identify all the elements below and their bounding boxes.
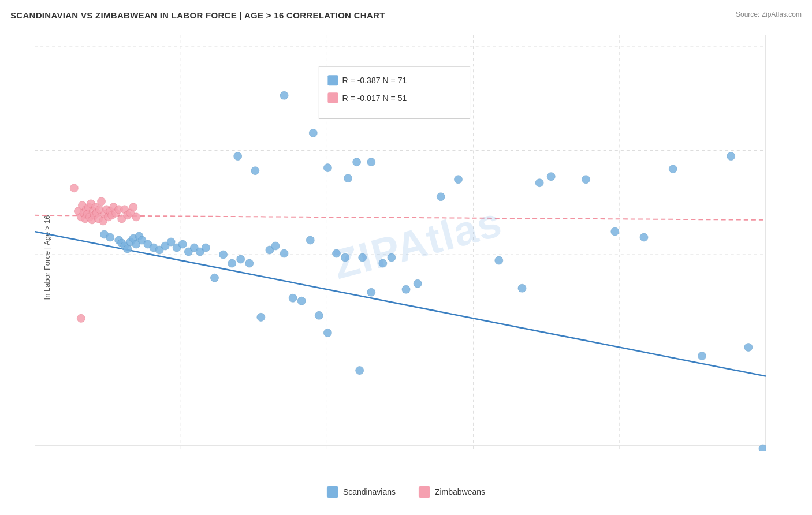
legend-item-scandinavians: Scandinavians bbox=[327, 486, 396, 498]
svg-point-73 bbox=[237, 255, 245, 263]
svg-point-111 bbox=[698, 352, 706, 360]
svg-point-106 bbox=[547, 173, 555, 181]
svg-point-71 bbox=[219, 251, 228, 259]
scandinavians-label: Scandinavians bbox=[343, 487, 396, 497]
svg-point-113 bbox=[744, 343, 753, 351]
chart-svg: 100.0% 75.0% 50.0% 25.0% 0.0% 80.0% R = … bbox=[35, 35, 766, 451]
svg-point-109 bbox=[640, 233, 648, 241]
svg-point-78 bbox=[280, 249, 288, 258]
chart-container: SCANDINAVIAN VS ZIMBABWEAN IN LABOR FORC… bbox=[0, 0, 812, 515]
svg-point-87 bbox=[359, 253, 367, 262]
zimbabweans-label: Zimbabweans bbox=[435, 487, 485, 497]
svg-point-104 bbox=[518, 284, 526, 292]
svg-point-94 bbox=[309, 129, 317, 137]
svg-point-105 bbox=[535, 179, 543, 187]
svg-point-85 bbox=[341, 253, 349, 262]
svg-point-100 bbox=[367, 158, 375, 166]
svg-point-103 bbox=[495, 256, 503, 264]
svg-point-47 bbox=[70, 184, 78, 192]
svg-point-95 bbox=[323, 164, 331, 172]
svg-point-99 bbox=[356, 367, 364, 375]
svg-point-92 bbox=[414, 279, 422, 288]
svg-line-12 bbox=[35, 232, 766, 376]
svg-point-44 bbox=[129, 203, 137, 211]
svg-point-101 bbox=[437, 193, 445, 201]
chart-title: SCANDINAVIAN VS ZIMBABWEAN IN LABOR FORC… bbox=[10, 10, 385, 20]
svg-point-75 bbox=[257, 313, 265, 321]
svg-point-88 bbox=[367, 288, 375, 296]
svg-point-110 bbox=[669, 165, 677, 173]
svg-point-30 bbox=[98, 197, 106, 206]
svg-text:R = -0.387    N = 71: R = -0.387 N = 71 bbox=[342, 76, 407, 85]
svg-point-84 bbox=[332, 249, 340, 258]
svg-point-65 bbox=[178, 240, 187, 248]
svg-point-91 bbox=[402, 285, 410, 293]
svg-point-69 bbox=[202, 244, 210, 252]
svg-point-83 bbox=[323, 329, 331, 337]
zimbabweans-swatch bbox=[419, 486, 430, 498]
svg-point-77 bbox=[271, 242, 280, 250]
scandinavians-swatch bbox=[327, 486, 338, 498]
svg-point-45 bbox=[132, 213, 140, 221]
chart-area: 100.0% 75.0% 50.0% 25.0% 0.0% 80.0% R = … bbox=[35, 35, 766, 451]
svg-point-72 bbox=[228, 259, 236, 267]
svg-point-93 bbox=[280, 91, 288, 99]
svg-point-81 bbox=[306, 236, 314, 244]
svg-point-102 bbox=[454, 176, 462, 184]
legend-item-zimbabweans: Zimbabweans bbox=[419, 486, 485, 498]
svg-point-70 bbox=[210, 274, 218, 282]
svg-point-108 bbox=[611, 227, 619, 236]
svg-point-74 bbox=[245, 259, 254, 267]
svg-point-112 bbox=[727, 152, 735, 161]
svg-rect-124 bbox=[327, 92, 338, 103]
svg-point-98 bbox=[251, 167, 259, 175]
svg-point-90 bbox=[388, 253, 396, 262]
svg-point-97 bbox=[234, 152, 242, 161]
svg-point-82 bbox=[315, 311, 323, 319]
svg-point-107 bbox=[582, 176, 590, 184]
svg-rect-122 bbox=[327, 75, 338, 85]
svg-point-79 bbox=[289, 294, 297, 302]
svg-point-89 bbox=[379, 259, 387, 267]
svg-point-46 bbox=[77, 314, 85, 322]
svg-rect-121 bbox=[319, 66, 470, 118]
svg-line-11 bbox=[35, 215, 766, 220]
svg-point-80 bbox=[297, 297, 306, 305]
svg-point-49 bbox=[106, 233, 114, 241]
legend-area: Scandinavians Zimbabweans bbox=[327, 486, 485, 498]
svg-point-86 bbox=[353, 158, 361, 166]
source-text: Source: ZipAtlas.com bbox=[736, 10, 802, 18]
svg-point-96 bbox=[344, 174, 352, 182]
svg-text:R = -0.017    N = 51: R = -0.017 N = 51 bbox=[342, 94, 407, 103]
